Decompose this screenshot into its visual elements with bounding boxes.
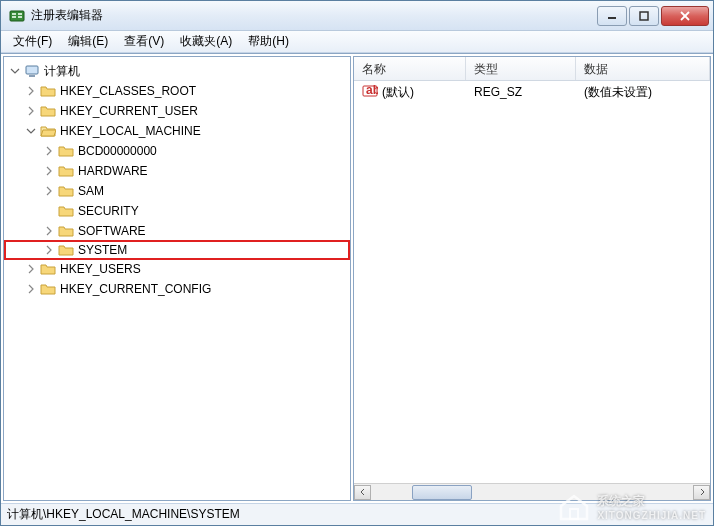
scroll-left-button[interactable] — [354, 485, 371, 500]
value-name: (默认) — [382, 84, 414, 101]
svg-rect-1 — [12, 13, 16, 15]
folder-icon — [58, 183, 74, 199]
column-header-data[interactable]: 数据 — [576, 57, 710, 80]
scroll-thumb[interactable] — [412, 485, 472, 500]
registry-editor-window: 注册表编辑器 文件(F) 编辑(E) 查看(V) 收藏夹(A) 帮助(H) 计算… — [0, 0, 714, 526]
tree-node-hku[interactable]: HKEY_USERS — [6, 259, 348, 279]
folder-icon — [40, 281, 56, 297]
folder-icon — [40, 83, 56, 99]
svg-rect-4 — [18, 16, 22, 18]
svg-text:ab: ab — [366, 83, 378, 97]
status-path: 计算机\HKEY_LOCAL_MACHINE\SYSTEM — [7, 506, 240, 523]
menu-edit[interactable]: 编辑(E) — [60, 31, 116, 52]
list-body[interactable]: ab (默认) REG_SZ (数值未设置) — [354, 81, 710, 483]
tree-label: HARDWARE — [78, 164, 148, 178]
expand-icon[interactable] — [24, 104, 38, 118]
list-header: 名称 类型 数据 — [354, 57, 710, 81]
expand-icon[interactable] — [24, 124, 38, 138]
folder-icon — [58, 143, 74, 159]
close-button[interactable] — [661, 6, 709, 26]
expand-icon[interactable] — [42, 224, 56, 238]
folder-icon — [58, 163, 74, 179]
computer-icon — [24, 63, 40, 79]
svg-rect-2 — [12, 16, 16, 18]
expand-icon[interactable] — [24, 262, 38, 276]
tree-node-bcd[interactable]: BCD00000000 — [6, 141, 348, 161]
folder-open-icon — [40, 123, 56, 139]
expand-icon[interactable] — [42, 243, 56, 257]
svg-rect-3 — [18, 13, 22, 15]
tree-label: HKEY_USERS — [60, 262, 141, 276]
tree-node-hklm[interactable]: HKEY_LOCAL_MACHINE — [6, 121, 348, 141]
expand-icon[interactable] — [24, 282, 38, 296]
tree-node-sam[interactable]: SAM — [6, 181, 348, 201]
maximize-button[interactable] — [629, 6, 659, 26]
window-title: 注册表编辑器 — [31, 7, 595, 24]
string-value-icon: ab — [362, 83, 378, 102]
folder-icon — [58, 242, 74, 258]
expand-icon[interactable] — [8, 64, 22, 78]
menu-file[interactable]: 文件(F) — [5, 31, 60, 52]
svg-line-8 — [681, 12, 689, 20]
window-controls — [595, 6, 709, 26]
column-header-type[interactable]: 类型 — [466, 57, 576, 80]
tree-node-hardware[interactable]: HARDWARE — [6, 161, 348, 181]
titlebar[interactable]: 注册表编辑器 — [1, 1, 713, 31]
tree-node-computer[interactable]: 计算机 — [6, 61, 348, 81]
statusbar: 计算机\HKEY_LOCAL_MACHINE\SYSTEM — [1, 503, 713, 525]
tree-label: 计算机 — [44, 63, 80, 80]
svg-rect-6 — [640, 12, 648, 20]
tree-label: SECURITY — [78, 204, 139, 218]
menu-view[interactable]: 查看(V) — [116, 31, 172, 52]
menu-help[interactable]: 帮助(H) — [240, 31, 297, 52]
cell-name: ab (默认) — [354, 81, 466, 104]
content-area: 计算机 HKEY_CLASSES_ROOT HKEY_CURRENT_USER … — [1, 53, 713, 503]
tree-node-hkcu[interactable]: HKEY_CURRENT_USER — [6, 101, 348, 121]
tree-label: HKEY_CURRENT_CONFIG — [60, 282, 211, 296]
folder-icon — [40, 261, 56, 277]
tree-node-software[interactable]: SOFTWARE — [6, 221, 348, 241]
expand-icon[interactable] — [42, 144, 56, 158]
folder-icon — [58, 223, 74, 239]
menu-favorites[interactable]: 收藏夹(A) — [172, 31, 240, 52]
app-icon — [9, 8, 25, 24]
tree-pane[interactable]: 计算机 HKEY_CLASSES_ROOT HKEY_CURRENT_USER … — [3, 56, 351, 501]
cell-data: (数值未设置) — [576, 82, 710, 103]
tree-node-hkcr[interactable]: HKEY_CLASSES_ROOT — [6, 81, 348, 101]
expand-icon[interactable] — [42, 164, 56, 178]
tree-label: BCD00000000 — [78, 144, 157, 158]
tree-label: SYSTEM — [78, 243, 127, 257]
tree-label: HKEY_LOCAL_MACHINE — [60, 124, 201, 138]
folder-icon — [58, 203, 74, 219]
expand-icon[interactable] — [24, 84, 38, 98]
tree-node-security[interactable]: SECURITY — [6, 201, 348, 221]
svg-rect-10 — [29, 75, 35, 77]
scroll-right-button[interactable] — [693, 485, 710, 500]
tree-label: SOFTWARE — [78, 224, 146, 238]
expand-icon[interactable] — [42, 184, 56, 198]
column-header-name[interactable]: 名称 — [354, 57, 466, 80]
minimize-button[interactable] — [597, 6, 627, 26]
tree-label: HKEY_CURRENT_USER — [60, 104, 198, 118]
horizontal-scrollbar[interactable] — [354, 483, 710, 500]
values-pane: 名称 类型 数据 ab (默认) REG_SZ (数值未设置) — [353, 56, 711, 501]
tree-node-hkcc[interactable]: HKEY_CURRENT_CONFIG — [6, 279, 348, 299]
tree-label: SAM — [78, 184, 104, 198]
folder-icon — [40, 103, 56, 119]
cell-type: REG_SZ — [466, 83, 576, 101]
menubar: 文件(F) 编辑(E) 查看(V) 收藏夹(A) 帮助(H) — [1, 31, 713, 53]
list-row[interactable]: ab (默认) REG_SZ (数值未设置) — [354, 81, 710, 103]
tree-label: HKEY_CLASSES_ROOT — [60, 84, 196, 98]
tree-node-system[interactable]: SYSTEM — [4, 240, 350, 260]
svg-line-7 — [681, 12, 689, 20]
svg-rect-9 — [26, 66, 38, 74]
